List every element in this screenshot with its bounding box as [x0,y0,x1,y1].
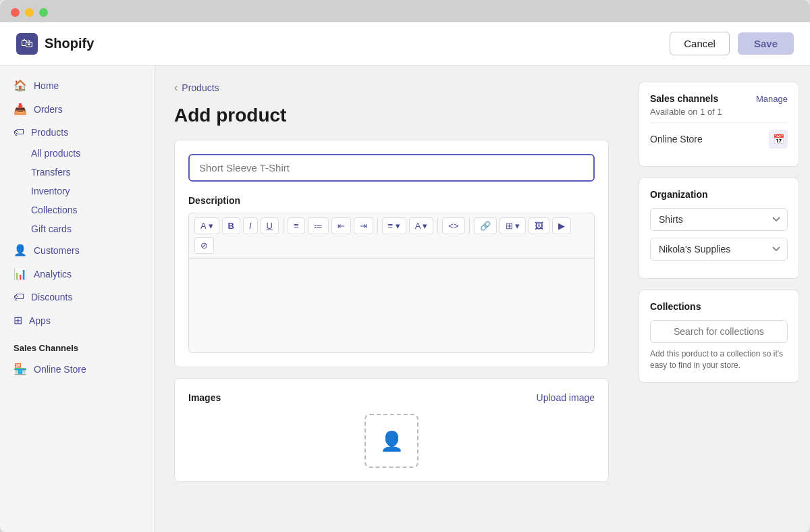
toolbar-divider-2 [377,217,378,234]
breadcrumb-link[interactable]: Products [182,82,219,93]
sidebar-item-label: Analytics [34,269,72,280]
toolbar-underline-button[interactable]: U [261,217,279,234]
toolbar-divider-3 [437,217,438,234]
toolbar-ol-button[interactable]: ≔ [308,217,329,234]
toolbar-clear-button[interactable]: ⊘ [194,237,214,254]
sidebar-item-gift-cards[interactable]: Gift cards [0,219,155,238]
sales-channels-subtitle: Available on 1 of 1 [650,107,788,117]
sidebar-item-inventory[interactable]: Inventory [0,182,155,201]
sidebar-item-label: Apps [29,315,51,326]
manage-link[interactable]: Manage [756,94,788,104]
images-header: Images Upload image [188,392,595,403]
online-store-label: Online Store [650,134,703,144]
toolbar-ul-button[interactable]: ≡ [288,217,305,234]
content-area: ‹ Products Add product Description A ▾ B… [155,65,628,532]
toolbar-divider [283,217,284,234]
orders-icon: 📥 [14,103,27,115]
sidebar-item-label: Orders [34,104,63,115]
discounts-icon: 🏷 [14,291,24,303]
search-wrapper: 🔍 [650,320,788,343]
toolbar-divider-4 [469,217,470,234]
top-nav-actions: Cancel Save [670,32,794,55]
apps-icon: ⊞ [14,314,22,327]
product-title-card: Description A ▾ B I U ≡ ≔ ⇤ ⇥ ≡ ▾ A ▾ [174,140,609,367]
editor-toolbar: A ▾ B I U ≡ ≔ ⇤ ⇥ ≡ ▾ A ▾ <> [188,213,595,259]
breadcrumb-arrow: ‹ [174,82,178,94]
breadcrumb: ‹ Products [174,82,609,94]
sales-channels-header: Sales channels Manage [650,93,788,104]
sidebar-item-home[interactable]: 🏠 Home [0,74,155,97]
upload-image-link[interactable]: Upload image [537,392,595,403]
toolbar-font-button[interactable]: A ▾ [194,217,219,234]
image-placeholder: 👤 [364,414,418,468]
top-nav: 🛍 Shopify Cancel Save [0,22,810,65]
toolbar-bold-button[interactable]: B [222,217,240,234]
main-layout: 🏠 Home 📥 Orders 🏷 Products All products … [0,65,810,532]
brand-name: Shopify [45,36,94,51]
calendar-icon[interactable]: 📅 [769,130,788,149]
sidebar-item-apps[interactable]: ⊞ Apps [0,309,155,332]
search-collections-input[interactable] [650,320,788,343]
sidebar-item-collections[interactable]: Collections [0,201,155,219]
image-placeholder-icon: 👤 [380,430,404,452]
product-title-input[interactable] [188,154,595,182]
images-card: Images Upload image 👤 [174,378,609,482]
toolbar-code-button[interactable]: <> [442,217,464,234]
home-icon: 🏠 [14,79,27,92]
collections-title: Collections [650,301,788,312]
sidebar-item-online-store[interactable]: 🏪 Online Store [0,357,155,381]
right-panel: Sales channels Manage Available on 1 of … [628,65,810,532]
organization-card: Organization Shirts Nikola's Supplies [639,178,799,279]
brand-icon: 🛍 [16,33,38,55]
sidebar-item-label: Products [31,127,68,138]
sidebar-item-analytics[interactable]: 📊 Analytics [0,262,155,286]
collections-card: Collections 🔍 Add this porduct to a coll… [639,290,799,383]
images-label: Images [188,392,221,403]
sidebar-item-label: Discounts [31,292,72,302]
organization-title: Organization [650,189,788,200]
sidebar-item-label: Customers [34,245,80,256]
analytics-icon: 📊 [14,267,27,280]
toolbar-table-button[interactable]: ⊞ ▾ [500,217,526,234]
vendor-select[interactable]: Nikola's Supplies [650,238,788,261]
sidebar-section-sales-channels: Sales Channels [0,332,155,357]
sidebar-item-customers[interactable]: 👤 Customers [0,238,155,262]
toolbar-indent-more-button[interactable]: ⇥ [354,217,373,234]
description-label: Description [188,195,595,206]
toolbar-text-color-button[interactable]: A ▾ [409,217,434,234]
sales-channels-card: Sales channels Manage Available on 1 of … [639,82,799,167]
collections-help-text: Add this porduct to a collection so it's… [650,348,788,371]
toolbar-indent-less-button[interactable]: ⇤ [331,217,351,234]
toolbar-image-button[interactable]: 🖼 [529,217,549,234]
cancel-button[interactable]: Cancel [670,32,730,55]
editor-body[interactable] [188,259,595,353]
toolbar-align-button[interactable]: ≡ ▾ [382,217,406,234]
toolbar-italic-button[interactable]: I [243,217,258,234]
sidebar-item-label: Home [34,80,59,91]
sidebar-item-label: Online Store [34,364,86,375]
sales-channels-title: Sales channels [650,93,718,104]
toolbar-video-button[interactable]: ▶ [552,217,571,234]
sidebar-item-all-products[interactable]: All products [0,144,155,163]
products-icon: 🏷 [14,126,24,138]
page-title: Add product [174,105,609,126]
online-store-icon: 🏪 [14,363,27,375]
sidebar-item-discounts[interactable]: 🏷 Discounts [0,286,155,309]
sidebar-item-transfers[interactable]: Transfers [0,163,155,182]
sidebar-item-products[interactable]: 🏷 Products [0,121,155,144]
product-type-select[interactable]: Shirts [650,208,788,231]
save-button[interactable]: Save [738,32,794,55]
brand: 🛍 Shopify [16,33,94,55]
toolbar-link-button[interactable]: 🔗 [474,217,497,234]
sidebar: 🏠 Home 📥 Orders 🏷 Products All products … [0,65,155,532]
sidebar-item-orders[interactable]: 📥 Orders [0,97,155,121]
customers-icon: 👤 [14,244,27,257]
online-store-row: Online Store 📅 [650,122,788,155]
